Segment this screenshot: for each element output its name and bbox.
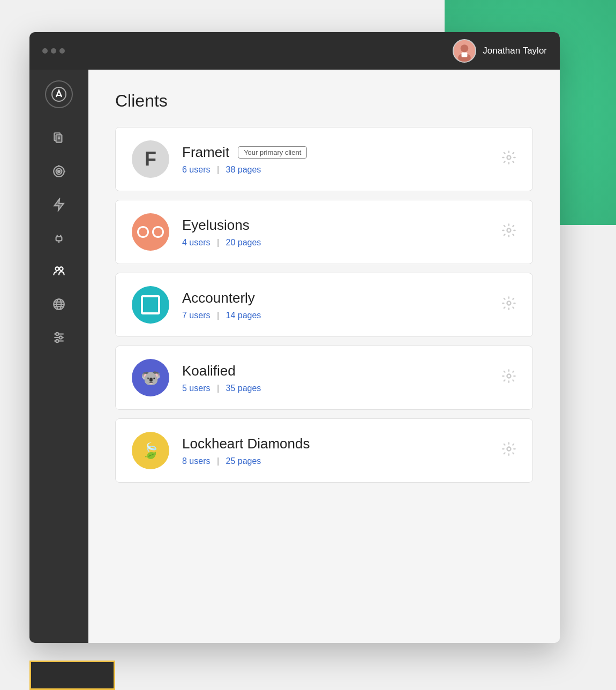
svg-point-11 (58, 170, 60, 172)
koalified-logo-icon: 🐨 (141, 369, 161, 387)
user-name: Jonathan Taylor (483, 46, 547, 56)
sidebar-item-settings[interactable] (45, 324, 73, 351)
settings-button-koalified[interactable] (501, 369, 516, 387)
svg-point-19 (56, 267, 59, 271)
sidebar-item-globe[interactable] (45, 290, 73, 318)
svg-point-31 (56, 340, 58, 342)
window-body: Clients F Frameit Your primary client 6 … (29, 70, 560, 643)
client-meta-lockheart: 8 users | 25 pages (182, 456, 489, 466)
user-info: Jonathan Taylor (453, 39, 547, 63)
dot-3 (59, 48, 65, 54)
client-card-accounterly: Accounterly 7 users | 14 pages (115, 273, 533, 337)
page-title: Clients (115, 91, 533, 111)
dot-1 (42, 48, 48, 54)
users-count-lockheart[interactable]: 8 users (182, 456, 210, 466)
sidebar-item-plugins[interactable] (45, 224, 73, 252)
sidebar-item-lightning[interactable] (45, 191, 73, 219)
avatar (453, 39, 476, 63)
separator-accounterly: | (217, 311, 222, 320)
svg-rect-15 (56, 237, 62, 241)
svg-point-30 (59, 336, 62, 339)
client-name-frameit: Frameit (182, 144, 229, 161)
svg-point-33 (507, 228, 511, 232)
users-count-frameit[interactable]: 6 users (182, 165, 210, 174)
client-card-frameit: F Frameit Your primary client 6 users | … (115, 127, 533, 191)
client-name-row-koalified: Koalified (182, 363, 489, 379)
users-count-koalified[interactable]: 5 users (182, 384, 210, 393)
client-avatar-accounterly (132, 286, 169, 324)
separator-eyelusions: | (217, 238, 222, 247)
app-logo[interactable] (45, 80, 73, 108)
client-avatar-lockheart: 🍃 (132, 432, 169, 469)
client-meta-koalified: 5 users | 35 pages (182, 384, 489, 393)
svg-point-1 (461, 44, 469, 52)
client-info-accounterly: Accounterly 7 users | 14 pages (182, 290, 489, 320)
main-window: Jonathan Taylor (29, 32, 560, 643)
client-name-row-lockheart: Lockheart Diamonds (182, 436, 489, 452)
settings-button-eyelusions[interactable] (501, 223, 516, 242)
bottom-bar-highlight (29, 661, 115, 690)
pages-count-koalified[interactable]: 35 pages (226, 384, 261, 393)
settings-button-frameit[interactable] (501, 150, 516, 169)
separator-lockheart: | (217, 456, 222, 466)
client-info-frameit: Frameit Your primary client 6 users | 38… (182, 144, 489, 175)
svg-point-34 (507, 301, 511, 305)
pages-count-eyelusions[interactable]: 20 pages (226, 238, 261, 247)
users-count-accounterly[interactable]: 7 users (182, 311, 210, 320)
pages-count-frameit[interactable]: 38 pages (226, 165, 261, 174)
client-card-eyelusions: Eyelusions 4 users | 20 pages (115, 200, 533, 264)
clients-list: F Frameit Your primary client 6 users | … (115, 127, 533, 483)
client-meta-accounterly: 7 users | 14 pages (182, 311, 489, 320)
svg-point-36 (507, 447, 511, 451)
client-info-eyelusions: Eyelusions 4 users | 20 pages (182, 217, 489, 248)
sidebar-item-clients[interactable] (45, 257, 73, 285)
lockheart-logo-icon: 🍃 (141, 442, 160, 460)
primary-badge: Your primary client (238, 146, 307, 159)
client-avatar-eyelusions (132, 213, 169, 251)
client-meta-eyelusions: 4 users | 20 pages (182, 238, 489, 248)
sidebar (29, 70, 88, 643)
eyelusions-logo-icon (137, 226, 164, 238)
client-info-lockheart: Lockheart Diamonds 8 users | 25 pages (182, 436, 489, 466)
pages-count-accounterly[interactable]: 14 pages (226, 311, 261, 320)
svg-point-29 (56, 333, 58, 335)
svg-rect-3 (462, 52, 468, 57)
sidebar-item-targets[interactable] (45, 158, 73, 185)
accounterly-logo-icon (141, 295, 160, 314)
client-info-koalified: Koalified 5 users | 35 pages (182, 363, 489, 393)
sidebar-item-pages[interactable] (45, 124, 73, 152)
window-controls (42, 48, 65, 54)
settings-button-lockheart[interactable] (501, 441, 516, 460)
client-avatar-frameit: F (132, 140, 169, 178)
titlebar: Jonathan Taylor (29, 32, 560, 70)
client-name-row-eyelusions: Eyelusions (182, 217, 489, 234)
client-name-row-accounterly: Accounterly (182, 290, 489, 306)
svg-point-35 (507, 374, 511, 378)
client-name-accounterly: Accounterly (182, 290, 255, 306)
users-count-eyelusions[interactable]: 4 users (182, 238, 210, 247)
separator-frameit: | (217, 165, 222, 174)
pages-count-lockheart[interactable]: 25 pages (226, 456, 261, 466)
dot-2 (51, 48, 56, 54)
client-card-lockheart: 🍃 Lockheart Diamonds 8 users | 25 pages (115, 418, 533, 483)
main-content: Clients F Frameit Your primary client 6 … (88, 70, 560, 643)
separator-koalified: | (217, 384, 222, 393)
client-card-koalified: 🐨 Koalified 5 users | 35 pages (115, 346, 533, 410)
svg-marker-14 (54, 199, 63, 211)
client-name-row-frameit: Frameit Your primary client (182, 144, 489, 161)
svg-point-32 (507, 155, 511, 159)
client-meta-frameit: 6 users | 38 pages (182, 165, 489, 175)
client-name-eyelusions: Eyelusions (182, 217, 250, 234)
client-name-koalified: Koalified (182, 363, 236, 379)
client-avatar-koalified: 🐨 (132, 359, 169, 396)
settings-button-accounterly[interactable] (501, 296, 516, 314)
client-name-lockheart: Lockheart Diamonds (182, 436, 310, 452)
svg-point-20 (59, 267, 63, 271)
